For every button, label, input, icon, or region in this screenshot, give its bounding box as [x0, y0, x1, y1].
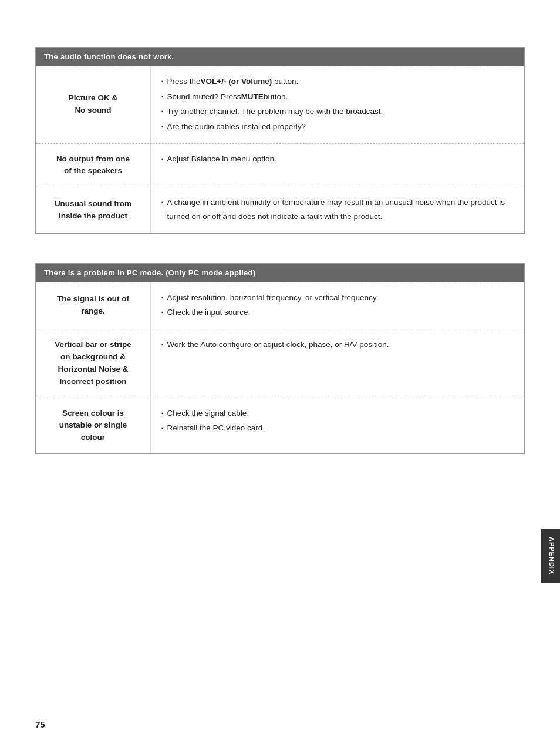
- bullet-item: Adjust Balance in menu option.: [161, 152, 514, 166]
- audio-section-header: The audio function does not work.: [36, 48, 524, 66]
- bullet-item: Reinstall the PC video card.: [161, 421, 514, 435]
- bullet-item: Check the input source.: [161, 305, 514, 319]
- bullet-item: Press the VOL+/- (or Volume) button.: [161, 75, 514, 89]
- pc-label-1: The signal is out of range.: [36, 282, 150, 329]
- pc-row-2: Vertical bar or stripe on background & H…: [36, 329, 524, 398]
- bullet-item: Check the signal cable.: [161, 406, 514, 420]
- bullet-item: Work the Auto configure or adjust clock,…: [161, 338, 514, 352]
- pc-content-3: Check the signal cable. Reinstall the PC…: [150, 398, 524, 454]
- bullet-item: Try another channel. The problem may be …: [161, 105, 514, 119]
- audio-content-2: Adjust Balance in menu option.: [150, 144, 524, 187]
- pc-label-3: Screen colour is unstable or single colo…: [36, 398, 150, 454]
- bullet-item: Sound muted? Press MUTE button.: [161, 90, 514, 104]
- page-number: 75: [35, 719, 45, 729]
- audio-label-1: Picture OK & No sound: [36, 66, 150, 143]
- audio-content-3: A change in ambient humidity or temperat…: [150, 187, 524, 233]
- pc-content-2: Work the Auto configure or adjust clock,…: [150, 329, 524, 398]
- pc-row-3: Screen colour is unstable or single colo…: [36, 398, 524, 454]
- pc-section-header: There is a problem in PC mode. (Only PC …: [36, 264, 524, 282]
- audio-label-3: Unusual sound from inside the product: [36, 187, 150, 233]
- audio-content-1: Press the VOL+/- (or Volume) button. Sou…: [150, 66, 524, 143]
- appendix-label: APPENDIX: [541, 529, 560, 583]
- audio-row-2: No output from one of the speakers Adjus…: [36, 143, 524, 187]
- audio-label-2: No output from one of the speakers: [36, 144, 150, 187]
- bullet-item: Adjust resolution, horizontal frequency,…: [161, 291, 514, 305]
- pc-row-1: The signal is out of range. Adjust resol…: [36, 282, 524, 329]
- audio-row-3: Unusual sound from inside the product A …: [36, 187, 524, 233]
- audio-section-table: The audio function does not work. Pictur…: [35, 47, 525, 234]
- pc-section-table: There is a problem in PC mode. (Only PC …: [35, 263, 525, 455]
- pc-label-2: Vertical bar or stripe on background & H…: [36, 329, 150, 398]
- audio-row-1: Picture OK & No sound Press the VOL+/- (…: [36, 66, 524, 143]
- bullet-item: A change in ambient humidity or temperat…: [161, 196, 514, 223]
- pc-content-1: Adjust resolution, horizontal frequency,…: [150, 282, 524, 329]
- page-content: The audio function does not work. Pictur…: [0, 0, 560, 519]
- bullet-item: Are the audio cables installed properly?: [161, 120, 514, 134]
